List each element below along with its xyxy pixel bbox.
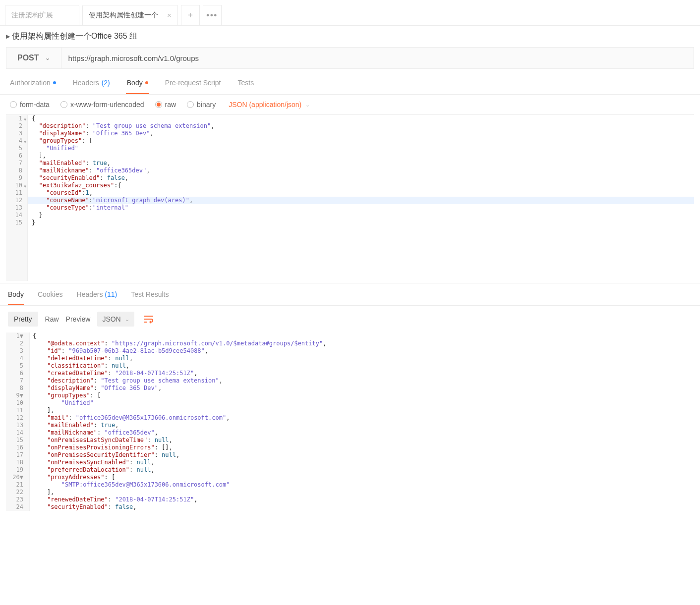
tabs-bar: 注册架构扩展 使用架构属性创建一个 × ＋ •••	[0, 0, 700, 26]
code-line[interactable]: 19 "preferredDataLocation": null,	[6, 466, 694, 474]
tab-prerequest[interactable]: Pre-request Script	[164, 72, 222, 94]
more-tabs-button[interactable]: •••	[203, 5, 222, 25]
request-body-editor[interactable]: 1▼{2 "description": "Test group use sche…	[6, 114, 694, 281]
tab-authorization[interactable]: Authorization	[9, 72, 57, 94]
url-input[interactable]	[61, 48, 694, 68]
radio-form-data[interactable]: form-data	[10, 101, 50, 109]
code-line[interactable]: 18 "onPremisesSyncEnabled": null,	[6, 459, 694, 466]
code-line[interactable]: 10 "Unified"	[6, 399, 694, 407]
code-line[interactable]: 14 }	[6, 212, 694, 219]
radio-x-www-form-urlencoded[interactable]: x-www-form-urlencoded	[60, 101, 144, 109]
tab-create-group[interactable]: 使用架构属性创建一个 ×	[82, 5, 178, 25]
response-view-row: Pretty Raw Preview JSON ⌄	[0, 306, 700, 332]
code-line[interactable]: 1▼{	[6, 115, 694, 122]
code-line[interactable]: 9 "securityEnabled": false,	[6, 174, 694, 182]
response-tabs: Body Cookies Headers (11) Test Results	[0, 283, 700, 306]
code-line[interactable]: 14 "mailNickname": "office365dev",	[6, 429, 694, 437]
code-line[interactable]: 13 "courseType":"internal"	[6, 204, 694, 212]
tab-response-body[interactable]: Body	[8, 290, 24, 305]
view-raw[interactable]: Raw	[45, 315, 59, 323]
code-line[interactable]: 7 "mailEnabled": true,	[6, 160, 694, 167]
tab-response-headers[interactable]: Headers (11)	[77, 290, 117, 305]
fold-icon[interactable]: ▼	[20, 332, 23, 339]
indicator-dot	[53, 81, 56, 84]
method-select[interactable]: POST ⌄	[6, 48, 61, 68]
code-line[interactable]: 3 "id": "969ab507-06b3-4ae2-81ac-b5d9cee…	[6, 347, 694, 355]
code-line[interactable]: 15}	[6, 219, 694, 226]
code-line[interactable]: 4▼ "groupTypes": [	[6, 137, 694, 145]
radio-raw[interactable]: raw	[155, 101, 176, 109]
code-line[interactable]: 8 "mailNickname": "office365dev",	[6, 167, 694, 174]
content-type-select[interactable]: JSON (application/json) ⌄	[229, 101, 310, 109]
code-line[interactable]: 15 "onPremisesLastSyncDateTime": null,	[6, 437, 694, 444]
code-line[interactable]: 2 "@odata.context": "https://graph.micro…	[6, 340, 694, 347]
fold-icon[interactable]: ▼	[20, 392, 23, 399]
title-text: 使用架构属性创建一个Office 365 组	[12, 31, 137, 42]
view-pretty[interactable]: Pretty	[8, 312, 38, 327]
code-line[interactable]: 13 "mailEnabled": true,	[6, 422, 694, 429]
code-line[interactable]: 24 "securityEnabled": false,	[6, 503, 694, 511]
tab-headers[interactable]: Headers (2)	[72, 72, 111, 94]
code-line[interactable]: 12 "mail": "office365dev@M365x173606.onm…	[6, 414, 694, 422]
code-line[interactable]: 5 "classification": null,	[6, 362, 694, 370]
code-line[interactable]: 17 "onPremisesSecurityIdentifier": null,	[6, 451, 694, 459]
response-type-select[interactable]: JSON ⌄	[97, 312, 134, 327]
code-line[interactable]: 4 "deletedDateTime": null,	[6, 355, 694, 362]
code-line[interactable]: 5 "Unified"	[6, 145, 694, 152]
chevron-down-icon: ⌄	[305, 102, 310, 108]
code-line[interactable]: 12 "courseName":"microsoft graph dev(are…	[6, 197, 694, 204]
tab-body[interactable]: Body	[126, 72, 149, 94]
code-line[interactable]: 9▼ "groupTypes": [	[6, 392, 694, 399]
request-tabs: Authorization Headers (2) Body Pre-reque…	[0, 72, 700, 95]
radio-binary[interactable]: binary	[187, 101, 216, 109]
code-line[interactable]: 20▼ "proxyAddresses": [	[6, 474, 694, 481]
code-line[interactable]: 7 "description": "Test group use schema …	[6, 377, 694, 385]
body-type-row: form-data x-www-form-urlencoded raw bina…	[0, 95, 700, 114]
code-line[interactable]: 8 "displayName": "Office 365 Dev",	[6, 385, 694, 392]
code-line[interactable]: 21 "SMTP:office365dev@M365x173606.onmicr…	[6, 481, 694, 489]
tab-tests[interactable]: Tests	[237, 72, 255, 94]
code-line[interactable]: 16 "onPremisesProvisioningErrors": [],	[6, 444, 694, 451]
tab-response-cookies[interactable]: Cookies	[38, 290, 63, 305]
code-line[interactable]: 6 "createdDateTime": "2018-04-07T14:25:5…	[6, 370, 694, 377]
response-section: Body Cookies Headers (11) Test Results P…	[0, 283, 700, 511]
chevron-down-icon: ⌄	[125, 316, 129, 323]
add-tab-button[interactable]: ＋	[181, 5, 200, 25]
tab-register-schema[interactable]: 注册架构扩展	[5, 5, 79, 25]
response-body-editor[interactable]: 1▼{2 "@odata.context": "https://graph.mi…	[6, 332, 694, 511]
method-label: POST	[17, 54, 39, 62]
caret-right-icon: ▶	[6, 33, 10, 40]
code-line[interactable]: 11 ],	[6, 407, 694, 414]
code-line[interactable]: 1▼{	[6, 332, 694, 340]
code-line[interactable]: 10▼ "ext3uikwfwz_courses":{	[6, 182, 694, 189]
code-line[interactable]: 3 "displayName": "Office 365 Dev",	[6, 130, 694, 137]
code-line[interactable]: 6 ],	[6, 152, 694, 160]
chevron-down-icon: ⌄	[45, 55, 50, 61]
tab-label: 使用架构属性创建一个	[89, 11, 158, 20]
code-line[interactable]: 22 ],	[6, 489, 694, 496]
tab-response-tests[interactable]: Test Results	[131, 290, 169, 305]
code-line[interactable]: 23 "renewedDateTime": "2018-04-07T14:25:…	[6, 496, 694, 503]
request-title[interactable]: ▶ 使用架构属性创建一个Office 365 组	[0, 26, 700, 47]
code-line[interactable]: 2 "description": "Test group use schema …	[6, 122, 694, 130]
wrap-lines-button[interactable]	[141, 312, 156, 326]
view-preview[interactable]: Preview	[66, 315, 91, 323]
fold-icon[interactable]: ▼	[20, 474, 23, 481]
indicator-dot	[145, 81, 148, 84]
request-url-row: POST ⌄	[6, 47, 694, 69]
close-icon[interactable]: ×	[167, 11, 172, 19]
tab-label: 注册架构扩展	[11, 11, 53, 20]
code-line[interactable]: 11 "courseId":1,	[6, 189, 694, 197]
